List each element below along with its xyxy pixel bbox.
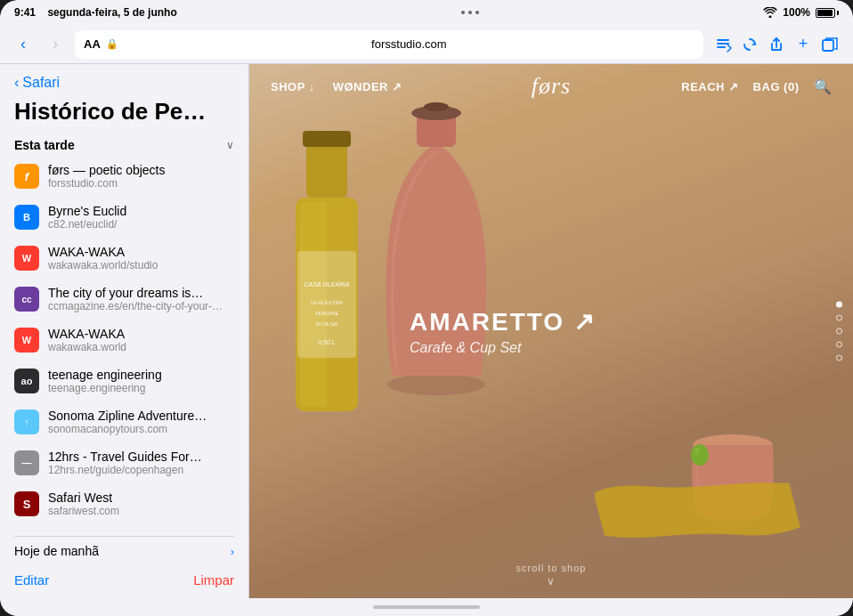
history-item[interactable]: — 12hrs - Travel Guides For… 12hrs.net/g…: [0, 442, 248, 483]
olive: [689, 442, 711, 469]
favicon-5: ao: [14, 369, 39, 393]
nav-right: REACH ↗ BAG (0) 🔍: [681, 78, 832, 95]
toolbar-right-group: +: [711, 32, 842, 57]
back-button[interactable]: ‹: [11, 32, 36, 57]
wifi-icon: [763, 7, 777, 18]
battery-percent: 100%: [783, 6, 810, 19]
tabs-button[interactable]: [817, 32, 842, 57]
status-center: [461, 11, 479, 14]
url-display[interactable]: forsstudio.com: [124, 37, 695, 51]
history-item-title-5: teenage engineering: [48, 368, 234, 382]
wonder-nav-link[interactable]: WØNDER ↗: [333, 80, 402, 93]
search-icon[interactable]: 🔍: [814, 78, 833, 95]
safari-back-button[interactable]: ‹ Safari: [14, 75, 234, 91]
website-viewport: SHOP ↓ WØNDER ↗ førs REACH ↗ BAG (0) 🔍: [249, 64, 853, 598]
edit-button[interactable]: Editar: [14, 572, 49, 588]
section-chevron-icon[interactable]: ∨: [226, 139, 234, 151]
history-item-text-6: Sonoma Zipline Adventure… sonomacanopyto…: [48, 409, 234, 435]
forward-chevron-icon: ›: [53, 35, 58, 53]
slide-dot-4[interactable]: [836, 342, 842, 348]
history-item-title-8: Safari West: [48, 490, 234, 505]
history-item-url-7: 12hrs.net/guide/copenhagen: [48, 464, 234, 476]
lock-icon: 🔒: [106, 38, 118, 50]
history-item-text-1: Byrne's Euclid c82.net/euclid/: [48, 204, 234, 231]
history-item-url-2: wakawaka.world/studio: [48, 259, 234, 272]
hero-product-title: AMARETTO ↗: [410, 307, 596, 336]
back-arrow-icon: ‹: [14, 75, 19, 91]
clear-button[interactable]: Limpar: [193, 572, 234, 588]
reload-icon: [742, 36, 758, 53]
section-header: Esta tarde ∨: [0, 131, 248, 156]
favicon-1: B: [14, 205, 39, 230]
history-item-url-1: c82.net/euclid/: [48, 218, 234, 231]
address-bar[interactable]: AA 🔒 forsstudio.com: [75, 30, 703, 59]
scroll-hint-text: scroll to shop: [516, 563, 587, 573]
slide-indicators: [836, 302, 842, 361]
slide-dot-5[interactable]: [836, 355, 842, 361]
favicon-4: W: [14, 328, 39, 353]
add-tab-button[interactable]: +: [791, 32, 816, 57]
bag-nav-link[interactable]: BAG (0): [753, 80, 800, 93]
history-item-url-3: ccmagazine.es/en/the-city-of-your-…: [48, 300, 234, 312]
history-item-text-4: WAKA-WAKA wakawaka.world: [48, 327, 234, 353]
history-item[interactable]: ↑ Sonoma Zipline Adventure… sonomacanopy…: [0, 401, 248, 442]
favicon-3: cc: [14, 287, 39, 312]
history-item-title-2: WAKA-WAKA: [48, 245, 234, 259]
cloth: [595, 470, 808, 563]
hero-text-block: AMARETTO ↗ Carafe & Cup Set: [410, 307, 596, 356]
reload-button[interactable]: [737, 32, 762, 57]
reach-nav-link[interactable]: REACH ↗: [681, 80, 738, 93]
tomorrow-label: Hoje de manhã: [14, 544, 99, 558]
site-logo[interactable]: førs: [532, 73, 571, 100]
history-item[interactable]: B Byrne's Euclid c82.net/euclid/: [0, 197, 248, 238]
ipad-frame: 9:41 segunda-feira, 5 de junho 100%: [0, 0, 853, 616]
hero-product-subtitle: Carafe & Cup Set: [410, 340, 596, 356]
scroll-hint: scroll to shop ∨: [516, 563, 587, 588]
status-time: 9:41 segunda-feira, 5 de junho: [14, 6, 177, 19]
history-item[interactable]: S Safari West safariwest.com: [0, 483, 248, 524]
history-item-text-7: 12hrs - Travel Guides For… 12hrs.net/gui…: [48, 450, 234, 476]
dot-2: [468, 11, 472, 14]
slide-dot-3[interactable]: [836, 328, 842, 335]
slide-dot-2[interactable]: [836, 315, 842, 321]
tabs-icon: [822, 36, 838, 53]
history-item-url-6: sonomacanopytours.com: [48, 423, 234, 435]
history-item-text-8: Safari West safariwest.com: [48, 490, 234, 517]
svg-rect-7: [303, 131, 351, 147]
sidebar-title: Histórico de Pe…: [14, 98, 234, 126]
svg-text:OLIO EXTRA: OLIO EXTRA: [311, 300, 343, 305]
history-item[interactable]: f førs — poetic objects forsstudio.com: [0, 156, 248, 197]
history-list: f førs — poetic objects forsstudio.com B…: [0, 156, 248, 529]
history-item-url-8: safariwest.com: [48, 505, 234, 517]
dot-1: [461, 11, 465, 14]
time-display: 9:41: [14, 6, 36, 19]
history-item[interactable]: ao teenage engineering teenage.engineeri…: [0, 361, 248, 401]
history-item[interactable]: cc The city of your dreams is… ccmagazin…: [0, 279, 248, 320]
forward-button[interactable]: ›: [43, 32, 68, 57]
tomorrow-section[interactable]: Hoje de manhã ›: [14, 536, 234, 565]
shop-nav-link[interactable]: SHOP ↓: [271, 80, 315, 93]
nav-left: SHOP ↓ WØNDER ↗: [271, 80, 402, 93]
history-item-text-2: WAKA-WAKA wakawaka.world/studio: [48, 245, 234, 272]
section-title-label: Esta tarde: [14, 138, 75, 152]
svg-point-19: [691, 444, 709, 466]
svg-text:CASA OLEARIA: CASA OLEARIA: [304, 281, 349, 288]
history-item-url-4: wakawaka.world: [48, 341, 234, 353]
reader-mode-button[interactable]: AA: [84, 37, 101, 51]
history-item[interactable]: W WAKA-WAKA wakawaka.world: [0, 320, 248, 361]
history-item[interactable]: W WAKA-WAKA wakawaka.world/studio: [0, 238, 248, 279]
favicon-8: S: [14, 491, 39, 516]
history-item-text-0: førs — poetic objects forsstudio.com: [48, 163, 234, 190]
history-item-text-5: teenage engineering teenage.engineering: [48, 368, 234, 394]
website-nav: SHOP ↓ WØNDER ↗ førs REACH ↗ BAG (0) 🔍: [249, 64, 853, 109]
share-button[interactable]: [764, 32, 789, 57]
svg-rect-6: [306, 144, 347, 198]
reading-list-button[interactable]: [711, 32, 735, 57]
battery-icon: [816, 8, 839, 18]
history-item-title-1: Byrne's Euclid: [48, 204, 234, 218]
home-indicator: [0, 598, 853, 616]
dot-3: [475, 11, 479, 14]
status-right: 100%: [763, 6, 839, 19]
slide-dot-1[interactable]: [836, 302, 842, 308]
favicon-2: W: [14, 246, 39, 271]
